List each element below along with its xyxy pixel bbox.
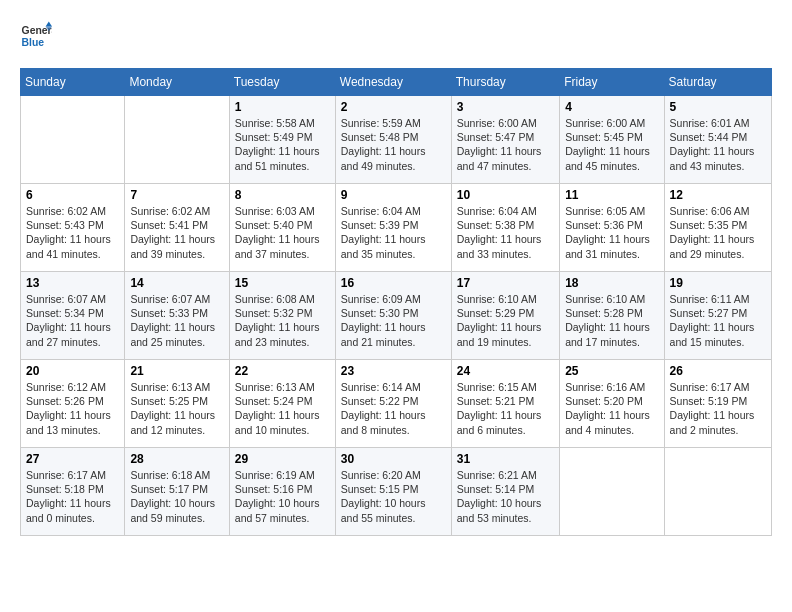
day-number: 15 <box>235 276 330 290</box>
day-number: 28 <box>130 452 223 466</box>
calendar-cell: 5Sunrise: 6:01 AMSunset: 5:44 PMDaylight… <box>664 96 771 184</box>
calendar-week-row: 13Sunrise: 6:07 AMSunset: 5:34 PMDayligh… <box>21 272 772 360</box>
weekday-header: Tuesday <box>229 69 335 96</box>
day-number: 26 <box>670 364 766 378</box>
calendar-week-row: 20Sunrise: 6:12 AMSunset: 5:26 PMDayligh… <box>21 360 772 448</box>
weekday-header: Saturday <box>664 69 771 96</box>
day-info: Sunrise: 6:04 AMSunset: 5:38 PMDaylight:… <box>457 204 554 261</box>
day-info: Sunrise: 6:00 AMSunset: 5:45 PMDaylight:… <box>565 116 658 173</box>
day-info: Sunrise: 6:10 AMSunset: 5:29 PMDaylight:… <box>457 292 554 349</box>
day-number: 13 <box>26 276 119 290</box>
day-info: Sunrise: 6:09 AMSunset: 5:30 PMDaylight:… <box>341 292 446 349</box>
calendar-cell <box>125 96 229 184</box>
calendar-cell: 19Sunrise: 6:11 AMSunset: 5:27 PMDayligh… <box>664 272 771 360</box>
day-number: 23 <box>341 364 446 378</box>
day-number: 3 <box>457 100 554 114</box>
day-number: 5 <box>670 100 766 114</box>
calendar-cell: 25Sunrise: 6:16 AMSunset: 5:20 PMDayligh… <box>560 360 664 448</box>
svg-text:Blue: Blue <box>22 37 45 48</box>
day-info: Sunrise: 6:11 AMSunset: 5:27 PMDaylight:… <box>670 292 766 349</box>
calendar-cell: 2Sunrise: 5:59 AMSunset: 5:48 PMDaylight… <box>335 96 451 184</box>
day-info: Sunrise: 6:06 AMSunset: 5:35 PMDaylight:… <box>670 204 766 261</box>
calendar-week-row: 1Sunrise: 5:58 AMSunset: 5:49 PMDaylight… <box>21 96 772 184</box>
calendar-cell: 26Sunrise: 6:17 AMSunset: 5:19 PMDayligh… <box>664 360 771 448</box>
day-number: 1 <box>235 100 330 114</box>
day-info: Sunrise: 6:08 AMSunset: 5:32 PMDaylight:… <box>235 292 330 349</box>
day-number: 11 <box>565 188 658 202</box>
calendar-cell: 24Sunrise: 6:15 AMSunset: 5:21 PMDayligh… <box>451 360 559 448</box>
day-info: Sunrise: 6:17 AMSunset: 5:18 PMDaylight:… <box>26 468 119 525</box>
weekday-header: Wednesday <box>335 69 451 96</box>
day-info: Sunrise: 6:05 AMSunset: 5:36 PMDaylight:… <box>565 204 658 261</box>
day-number: 22 <box>235 364 330 378</box>
weekday-header: Thursday <box>451 69 559 96</box>
day-info: Sunrise: 6:12 AMSunset: 5:26 PMDaylight:… <box>26 380 119 437</box>
calendar-cell <box>560 448 664 536</box>
day-number: 6 <box>26 188 119 202</box>
day-info: Sunrise: 6:04 AMSunset: 5:39 PMDaylight:… <box>341 204 446 261</box>
day-info: Sunrise: 6:15 AMSunset: 5:21 PMDaylight:… <box>457 380 554 437</box>
calendar-cell <box>664 448 771 536</box>
svg-marker-2 <box>46 22 52 27</box>
day-number: 19 <box>670 276 766 290</box>
calendar-cell: 11Sunrise: 6:05 AMSunset: 5:36 PMDayligh… <box>560 184 664 272</box>
day-number: 24 <box>457 364 554 378</box>
day-number: 30 <box>341 452 446 466</box>
day-info: Sunrise: 6:21 AMSunset: 5:14 PMDaylight:… <box>457 468 554 525</box>
page-header: General Blue <box>20 20 772 52</box>
calendar-cell: 30Sunrise: 6:20 AMSunset: 5:15 PMDayligh… <box>335 448 451 536</box>
day-info: Sunrise: 6:13 AMSunset: 5:24 PMDaylight:… <box>235 380 330 437</box>
day-info: Sunrise: 5:59 AMSunset: 5:48 PMDaylight:… <box>341 116 446 173</box>
calendar-cell: 16Sunrise: 6:09 AMSunset: 5:30 PMDayligh… <box>335 272 451 360</box>
day-number: 9 <box>341 188 446 202</box>
day-number: 17 <box>457 276 554 290</box>
day-number: 2 <box>341 100 446 114</box>
day-info: Sunrise: 6:02 AMSunset: 5:43 PMDaylight:… <box>26 204 119 261</box>
calendar-cell: 14Sunrise: 6:07 AMSunset: 5:33 PMDayligh… <box>125 272 229 360</box>
day-info: Sunrise: 6:10 AMSunset: 5:28 PMDaylight:… <box>565 292 658 349</box>
calendar-cell: 8Sunrise: 6:03 AMSunset: 5:40 PMDaylight… <box>229 184 335 272</box>
day-info: Sunrise: 6:20 AMSunset: 5:15 PMDaylight:… <box>341 468 446 525</box>
day-number: 29 <box>235 452 330 466</box>
calendar-cell: 21Sunrise: 6:13 AMSunset: 5:25 PMDayligh… <box>125 360 229 448</box>
day-info: Sunrise: 6:07 AMSunset: 5:34 PMDaylight:… <box>26 292 119 349</box>
day-number: 14 <box>130 276 223 290</box>
day-number: 21 <box>130 364 223 378</box>
calendar-cell: 28Sunrise: 6:18 AMSunset: 5:17 PMDayligh… <box>125 448 229 536</box>
weekday-header: Monday <box>125 69 229 96</box>
calendar-cell: 10Sunrise: 6:04 AMSunset: 5:38 PMDayligh… <box>451 184 559 272</box>
day-info: Sunrise: 6:17 AMSunset: 5:19 PMDaylight:… <box>670 380 766 437</box>
weekday-header: Sunday <box>21 69 125 96</box>
day-info: Sunrise: 6:02 AMSunset: 5:41 PMDaylight:… <box>130 204 223 261</box>
calendar-cell: 3Sunrise: 6:00 AMSunset: 5:47 PMDaylight… <box>451 96 559 184</box>
day-info: Sunrise: 6:19 AMSunset: 5:16 PMDaylight:… <box>235 468 330 525</box>
day-number: 20 <box>26 364 119 378</box>
day-number: 8 <box>235 188 330 202</box>
day-number: 7 <box>130 188 223 202</box>
calendar-week-row: 27Sunrise: 6:17 AMSunset: 5:18 PMDayligh… <box>21 448 772 536</box>
calendar-cell: 20Sunrise: 6:12 AMSunset: 5:26 PMDayligh… <box>21 360 125 448</box>
day-info: Sunrise: 6:07 AMSunset: 5:33 PMDaylight:… <box>130 292 223 349</box>
day-number: 16 <box>341 276 446 290</box>
calendar-cell <box>21 96 125 184</box>
weekday-header-row: SundayMondayTuesdayWednesdayThursdayFrid… <box>21 69 772 96</box>
calendar-cell: 7Sunrise: 6:02 AMSunset: 5:41 PMDaylight… <box>125 184 229 272</box>
weekday-header: Friday <box>560 69 664 96</box>
day-number: 12 <box>670 188 766 202</box>
calendar-cell: 29Sunrise: 6:19 AMSunset: 5:16 PMDayligh… <box>229 448 335 536</box>
day-info: Sunrise: 6:14 AMSunset: 5:22 PMDaylight:… <box>341 380 446 437</box>
day-number: 4 <box>565 100 658 114</box>
day-info: Sunrise: 6:18 AMSunset: 5:17 PMDaylight:… <box>130 468 223 525</box>
day-number: 25 <box>565 364 658 378</box>
day-info: Sunrise: 6:01 AMSunset: 5:44 PMDaylight:… <box>670 116 766 173</box>
day-number: 18 <box>565 276 658 290</box>
day-info: Sunrise: 6:16 AMSunset: 5:20 PMDaylight:… <box>565 380 658 437</box>
calendar-cell: 13Sunrise: 6:07 AMSunset: 5:34 PMDayligh… <box>21 272 125 360</box>
calendar-cell: 4Sunrise: 6:00 AMSunset: 5:45 PMDaylight… <box>560 96 664 184</box>
calendar-cell: 6Sunrise: 6:02 AMSunset: 5:43 PMDaylight… <box>21 184 125 272</box>
calendar-cell: 1Sunrise: 5:58 AMSunset: 5:49 PMDaylight… <box>229 96 335 184</box>
calendar-cell: 22Sunrise: 6:13 AMSunset: 5:24 PMDayligh… <box>229 360 335 448</box>
calendar-cell: 12Sunrise: 6:06 AMSunset: 5:35 PMDayligh… <box>664 184 771 272</box>
day-number: 31 <box>457 452 554 466</box>
calendar-cell: 15Sunrise: 6:08 AMSunset: 5:32 PMDayligh… <box>229 272 335 360</box>
